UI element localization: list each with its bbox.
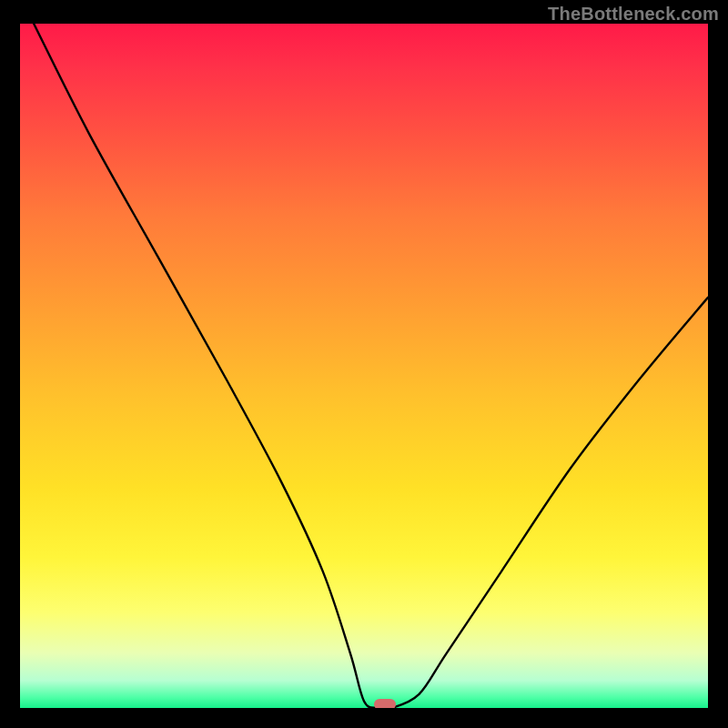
optimum-marker (374, 699, 396, 708)
watermark-text: TheBottleneck.com (548, 4, 719, 25)
chart-frame: TheBottleneck.com (0, 0, 728, 728)
bottleneck-curve (20, 24, 708, 708)
plot-area (20, 24, 708, 708)
